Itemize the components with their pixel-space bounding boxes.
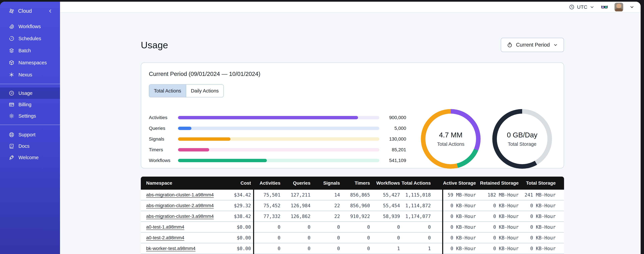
sidebar-item-schedules[interactable]: Schedules [0, 32, 60, 44]
namespaces-cube-icon [9, 60, 14, 66]
total-storage-cell: 0 KB-Hour [518, 224, 556, 230]
welcome-rocket-icon [9, 155, 14, 160]
batch-layers-icon [9, 48, 14, 54]
bar-row-activities: Activities 900,000 [149, 115, 406, 120]
billing-card-icon [9, 102, 14, 108]
signals-cell: 22 [310, 203, 340, 208]
temporal-logo-icon [9, 8, 14, 14]
namespace-link[interactable]: a0-test-2.a98mm4 [146, 235, 184, 240]
column-header: Active Storage [440, 180, 476, 186]
bar-label: Queries [149, 126, 178, 131]
sidebar-collapse-button[interactable] [48, 9, 53, 14]
sidebar-item-namespaces[interactable]: Namespaces [0, 57, 60, 69]
tab-total-actions[interactable]: Total Actions [149, 84, 186, 97]
queries-cell: 126,862 [280, 214, 310, 219]
namespace-link[interactable]: abs-migration-cluster-1.a98mm4 [146, 192, 214, 197]
sidebar-item-label: Usage [18, 90, 32, 96]
table-group-divider [442, 190, 443, 254]
donut-charts: 4.7 MM Total Actions 0 GB/Day Total Stor… [421, 109, 552, 169]
page-content: Usage Current Period Current Period (09/… [60, 12, 641, 254]
retained-storage-cell: 0 KB-Hour [476, 235, 518, 240]
queries-cell: 126,984 [280, 203, 310, 208]
sidebar-item-settings[interactable]: Settings [0, 110, 60, 122]
user-avatar[interactable] [614, 3, 623, 12]
table-row: abs-migration-cluster-3.a98mm4 $38.42 77… [141, 211, 564, 222]
column-header: Retained Storage [476, 180, 518, 186]
workflows-icon [9, 24, 14, 29]
total-storage-cell: 0 KB-Hour [518, 214, 556, 219]
user-menu-chevron-icon[interactable] [630, 5, 634, 10]
namespace-link[interactable]: bk-worker-test.a98mm4 [146, 246, 196, 251]
workflows-cell: 55,427 [370, 192, 400, 198]
total-storage-cell: 0 KB-Hour [518, 235, 556, 240]
sidebar-item-nexus[interactable]: Nexus [0, 69, 60, 81]
sidebar-item-batch[interactable]: Batch [0, 44, 60, 57]
bar-value: 541,109 [379, 158, 406, 163]
main-area: UTC Usage [60, 2, 641, 254]
timers-cell: 910,922 [340, 214, 370, 219]
total-actions-cell: 1 [400, 246, 431, 251]
sidebar: Cloud Workflows Schedules [0, 2, 60, 254]
bar-value: 900,000 [379, 115, 406, 120]
activities-cell: 75,501 [254, 192, 280, 198]
topbar: UTC [60, 2, 641, 12]
donut-label: Total Actions [437, 142, 464, 147]
table-header-row: Namespace Cost Activities Queries Signal… [141, 176, 564, 190]
queries-cell: 0 [280, 235, 310, 240]
workflows-cell: 0 [370, 224, 400, 230]
bar-fill [178, 138, 230, 141]
donut-label: Total Storage [508, 142, 536, 147]
sidebar-item-docs[interactable]: Docs [0, 140, 60, 152]
cost-cell: $0.00 [206, 224, 251, 230]
stopwatch-icon [507, 42, 512, 48]
donut-value: 4.7 MM [439, 131, 462, 139]
sidebar-item-usage[interactable]: Usage [0, 88, 60, 99]
namespace-link[interactable]: a0-test-1.a98mm4 [146, 224, 184, 230]
bar-fill [178, 116, 358, 119]
table-group-divider [253, 190, 254, 254]
active-storage-cell: 0 KB-Hour [440, 235, 476, 240]
timers-cell: 856,865 [340, 192, 370, 198]
total-actions-donut: 4.7 MM Total Actions [421, 109, 480, 169]
total-storage-cell: 241 MB-Hour [518, 192, 556, 198]
column-header: Total Storage [518, 180, 556, 186]
active-storage-cell: 0 KB-Hour [440, 214, 476, 219]
namespace-link[interactable]: abs-migration-cluster-3.a98mm4 [146, 214, 214, 219]
workflows-cell: 1 [370, 246, 400, 251]
total-storage-donut: 0 GB/Day Total Storage [492, 109, 552, 169]
activities-cell: 0 [254, 224, 280, 230]
support-lifering-icon [9, 132, 14, 138]
app-window: Cloud Workflows Schedules [0, 2, 641, 254]
table-row: abs-migration-cluster-2.a98mm4 $29.32 75… [141, 200, 564, 211]
signals-cell: 0 [310, 246, 340, 251]
current-period-card: Current Period (09/01/2024 — 10/01/2024)… [141, 62, 564, 168]
sidebar-item-workflows[interactable]: Workflows [0, 20, 60, 32]
active-storage-cell: 59 MB-Hour [440, 192, 476, 198]
sidebar-item-welcome[interactable]: Welcome [0, 152, 60, 163]
timers-cell: 0 [340, 235, 370, 240]
namespace-usage-table: Namespace Cost Activities Queries Signal… [141, 176, 564, 254]
signals-cell: 0 [310, 224, 340, 230]
timezone-selector[interactable]: UTC [569, 4, 594, 10]
column-header: Workflows [370, 180, 400, 186]
cost-cell: $38.42 [206, 214, 251, 219]
chevron-down-icon [553, 42, 558, 47]
donut-value: 0 GB/Day [507, 131, 538, 139]
sidebar-item-support[interactable]: Support [0, 129, 60, 140]
activities-cell: 0 [254, 246, 280, 251]
bar-value: 130,000 [379, 136, 406, 142]
bar-label: Signals [149, 136, 178, 142]
bar-track [178, 116, 379, 119]
period-selector-button[interactable]: Current Period [501, 38, 564, 52]
schedules-icon [9, 36, 14, 42]
tab-daily-actions[interactable]: Daily Actions [186, 84, 224, 97]
sidebar-item-billing[interactable]: Billing [0, 99, 60, 110]
cost-cell: $34.42 [206, 192, 251, 198]
settings-gear-icon [9, 113, 14, 119]
actions-tab-group: Total Actions Daily Actions [149, 84, 224, 97]
bar-label: Activities [149, 115, 178, 120]
glasses-button[interactable] [601, 4, 608, 10]
namespace-link[interactable]: abs-migration-cluster-2.a98mm4 [146, 203, 214, 208]
signals-cell: 14 [310, 192, 340, 198]
column-header: Activities [254, 180, 280, 186]
